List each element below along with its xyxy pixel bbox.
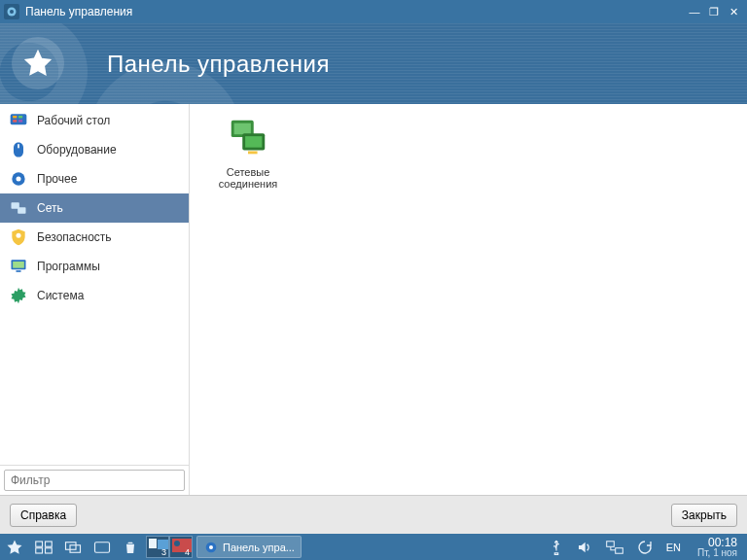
svg-rect-27 bbox=[95, 542, 110, 552]
main-panel: Сетевые соединения bbox=[190, 104, 747, 495]
sidebar-item-system[interactable]: Система bbox=[0, 281, 189, 310]
cog-icon bbox=[8, 285, 29, 306]
network-icon bbox=[8, 197, 29, 219]
item-label-line1: Сетевые bbox=[201, 166, 295, 178]
sidebar-item-programs[interactable]: Программы bbox=[0, 252, 189, 281]
sidebar-item-label: Безопасность bbox=[37, 230, 112, 244]
task-app-icon bbox=[203, 540, 219, 555]
sidebar-item-security[interactable]: Безопасность bbox=[0, 223, 189, 252]
workspace-4[interactable]: 4 bbox=[169, 536, 193, 558]
svg-rect-23 bbox=[36, 547, 43, 552]
svg-rect-26 bbox=[70, 544, 81, 552]
svg-point-1 bbox=[10, 10, 14, 14]
monitor-icon bbox=[8, 256, 29, 277]
sidebar-item-other[interactable]: Прочее bbox=[0, 164, 189, 193]
star-badge-icon bbox=[12, 37, 64, 89]
banner: Панель управления bbox=[0, 23, 747, 104]
svg-point-12 bbox=[17, 233, 21, 238]
svg-rect-30 bbox=[606, 541, 614, 546]
workspace-3[interactable]: 3 bbox=[146, 536, 169, 558]
sidebar-item-label: Сеть bbox=[37, 201, 63, 215]
svg-rect-22 bbox=[46, 542, 53, 546]
svg-rect-24 bbox=[46, 547, 53, 552]
usb-icon[interactable] bbox=[547, 534, 566, 560]
start-button[interactable] bbox=[0, 534, 29, 560]
svg-rect-31 bbox=[615, 547, 622, 553]
cascade-windows-button[interactable] bbox=[58, 534, 88, 560]
clock-time: 00:18 bbox=[697, 537, 737, 548]
task-view-button[interactable] bbox=[29, 534, 58, 560]
show-desktop-button[interactable] bbox=[88, 534, 117, 560]
network-connections-item[interactable]: Сетевые соединения bbox=[199, 114, 297, 192]
language-indicator[interactable]: EN bbox=[663, 534, 684, 560]
content-area: Рабочий стол Оборудование Прочее Сеть Бе… bbox=[0, 104, 747, 495]
taskbar: 3 4 Панель упра... EN 00:18 Пт, 1 ноя bbox=[0, 534, 747, 560]
sidebar: Рабочий стол Оборудование Прочее Сеть Бе… bbox=[0, 104, 190, 495]
sidebar-item-label: Прочее bbox=[37, 172, 77, 186]
minimize-button[interactable]: — bbox=[685, 6, 704, 18]
taskbar-task-control-panel[interactable]: Панель упра... bbox=[196, 536, 302, 558]
clock-date: Пт, 1 ноя bbox=[697, 548, 737, 558]
task-label: Панель упра... bbox=[223, 542, 295, 553]
sidebar-item-desktop[interactable]: Рабочий стол bbox=[0, 106, 189, 135]
help-button[interactable]: Справка bbox=[10, 504, 77, 527]
system-tray: EN 00:18 Пт, 1 ноя bbox=[543, 534, 747, 560]
sidebar-item-hardware[interactable]: Оборудование bbox=[0, 135, 189, 164]
footer: Справка Закрыть bbox=[0, 495, 747, 534]
maximize-button[interactable]: ❐ bbox=[704, 6, 724, 18]
filter-input[interactable] bbox=[4, 470, 185, 491]
svg-rect-6 bbox=[18, 120, 22, 122]
banner-heading: Панель управления bbox=[107, 51, 330, 78]
window-title: Панель управления bbox=[25, 5, 132, 18]
svg-point-29 bbox=[209, 545, 213, 549]
svg-rect-4 bbox=[18, 116, 22, 119]
svg-rect-20 bbox=[248, 151, 258, 154]
mouse-icon bbox=[8, 139, 29, 160]
trash-button[interactable] bbox=[117, 534, 144, 560]
clock[interactable]: 00:18 Пт, 1 ноя bbox=[692, 537, 743, 558]
sidebar-item-label: Рабочий стол bbox=[37, 114, 110, 127]
svg-rect-21 bbox=[36, 542, 43, 546]
svg-rect-17 bbox=[234, 123, 251, 134]
svg-rect-25 bbox=[66, 542, 77, 549]
network-connections-icon bbox=[225, 116, 271, 162]
desktop-icon bbox=[8, 110, 29, 131]
workspace-pager[interactable]: 3 4 bbox=[146, 536, 193, 558]
close-button[interactable]: Закрыть bbox=[671, 504, 737, 527]
filter-box bbox=[0, 465, 189, 495]
svg-rect-7 bbox=[18, 144, 19, 148]
sidebar-item-label: Система bbox=[37, 289, 84, 302]
updates-icon[interactable] bbox=[634, 534, 656, 560]
close-window-button[interactable]: ✕ bbox=[724, 6, 743, 18]
svg-rect-11 bbox=[18, 207, 25, 214]
svg-rect-2 bbox=[11, 114, 27, 124]
item-label-line2: соединения bbox=[201, 178, 295, 190]
svg-rect-15 bbox=[17, 270, 21, 272]
shield-icon bbox=[8, 227, 29, 248]
svg-rect-19 bbox=[245, 136, 262, 148]
network-tray-icon[interactable] bbox=[603, 534, 626, 560]
svg-rect-14 bbox=[13, 262, 24, 268]
volume-icon[interactable] bbox=[574, 534, 595, 560]
app-icon bbox=[4, 4, 19, 19]
sidebar-item-label: Оборудование bbox=[37, 143, 117, 157]
titlebar[interactable]: Панель управления — ❐ ✕ bbox=[0, 0, 747, 23]
svg-point-9 bbox=[17, 177, 21, 182]
sidebar-list: Рабочий стол Оборудование Прочее Сеть Бе… bbox=[0, 104, 189, 465]
sidebar-item-network[interactable]: Сеть bbox=[0, 193, 189, 223]
gear-icon bbox=[8, 168, 29, 190]
sidebar-item-label: Программы bbox=[37, 260, 100, 273]
svg-rect-3 bbox=[13, 116, 17, 119]
svg-rect-5 bbox=[13, 120, 17, 122]
